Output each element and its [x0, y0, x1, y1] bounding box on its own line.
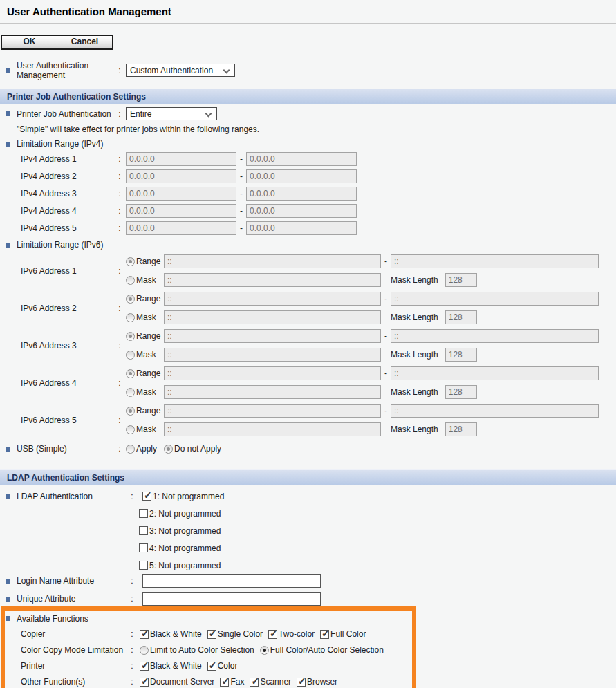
mask-length-input: [445, 385, 477, 399]
ldap-server-5-checkbox[interactable]: [139, 561, 148, 570]
ldap-server-2-checkbox[interactable]: [139, 509, 148, 518]
color-copy-mode-label: Color Copy Mode Limitation: [21, 645, 130, 655]
printer-job-auth-select[interactable]: Entire: [126, 107, 217, 120]
ipv4-address-label: IPv4 Address 4: [21, 206, 118, 216]
printer-black-white-checkbox[interactable]: [140, 662, 149, 671]
copier-two-color-checkbox[interactable]: [268, 630, 277, 639]
colon: :: [130, 594, 134, 604]
usb-simple-label: USB (Simple): [17, 444, 118, 454]
ipv4-address-label: IPv4 Address 5: [21, 223, 118, 233]
printer-black-white-label: Black & White: [150, 661, 202, 671]
dash: -: [381, 294, 391, 304]
dash: -: [236, 189, 246, 198]
mask-length-input: [445, 422, 477, 436]
copier-single-color-checkbox[interactable]: [207, 630, 216, 639]
ipv4-from-input: [126, 169, 236, 183]
colon: :: [130, 629, 134, 639]
copier-black-white-label: Black & White: [150, 629, 202, 639]
printer-job-auth-row: Printer Job Authentication : Entire: [0, 106, 616, 121]
colon: :: [118, 66, 122, 75]
dash: -: [381, 331, 391, 341]
mask-length-label: Mask Length: [391, 275, 438, 285]
ipv6-address-label: IPv6 Address 3: [21, 341, 118, 351]
copier-full-color-checkbox[interactable]: [320, 630, 329, 639]
ipv6-mask-radio: [126, 425, 135, 434]
document-server-checkbox[interactable]: [140, 678, 149, 687]
full-color-auto-label: Full Color/Auto Color Selection: [270, 645, 384, 655]
chevron-down-icon: [223, 67, 230, 74]
bullet-icon: [6, 243, 10, 248]
available-functions-label: Available Functions: [17, 614, 88, 624]
cancel-button[interactable]: Cancel: [57, 36, 112, 48]
ldap-auth-row: 2: Not programmed: [0, 508, 616, 519]
login-name-attribute-label: Login Name Attribute: [17, 576, 130, 586]
other-functions-label: Other Function(s): [21, 677, 130, 687]
bullet-icon: [6, 68, 10, 73]
mask-length-label: Mask Length: [391, 313, 438, 322]
colon: :: [118, 444, 122, 454]
ipv4-to-input: [246, 152, 357, 166]
colon: :: [130, 576, 134, 586]
user-auth-management-select[interactable]: Custom Authentication: [126, 64, 235, 77]
mask-length-input: [445, 273, 477, 287]
printer-color-label: Color: [218, 661, 238, 671]
printer-job-auth-section-header: Printer Job Authentication Settings: [0, 89, 616, 104]
ipv6-range-radio: [126, 407, 135, 416]
ldap-server-5-label: 5: Not programmed: [149, 561, 221, 570]
limit-auto-color-label: Limit to Auto Color Selection: [150, 645, 254, 655]
ipv6-mask-label: Mask: [136, 425, 164, 434]
ipv4-address-row: IPv4 Address 4 : -: [0, 204, 616, 218]
colon: :: [130, 677, 134, 687]
copier-black-white-checkbox[interactable]: [140, 630, 149, 639]
bullet-icon: [6, 142, 10, 147]
login-name-attribute-input[interactable]: [142, 574, 321, 588]
usb-apply-radio[interactable]: [126, 445, 135, 454]
unique-attribute-input[interactable]: [142, 592, 321, 606]
scanner-checkbox[interactable]: [250, 678, 259, 687]
mask-length-input: [445, 310, 477, 324]
ipv4-from-input: [126, 204, 236, 218]
colon: :: [118, 416, 122, 425]
ldap-server-4-checkbox[interactable]: [139, 543, 148, 552]
ipv6-address-label: IPv6 Address 2: [21, 304, 118, 313]
available-functions-row: Available Functions: [5, 613, 412, 624]
printer-color-checkbox[interactable]: [207, 662, 216, 671]
limit-auto-color-radio[interactable]: [140, 646, 149, 655]
ipv6-mask-input: [164, 310, 381, 324]
ipv6-address-block: IPv6 Address 2: Range - Mask Mask Length: [0, 292, 616, 324]
browser-checkbox[interactable]: [297, 678, 306, 687]
ldap-server-2-label: 2: Not programmed: [149, 509, 221, 519]
ipv6-mask-label: Mask: [136, 313, 164, 322]
other-functions-row: Other Function(s) : Document Server Fax …: [5, 676, 412, 687]
ok-button[interactable]: OK: [2, 36, 57, 48]
colon: :: [130, 661, 134, 671]
ldap-server-1-checkbox[interactable]: [142, 492, 151, 501]
ipv4-to-input: [246, 221, 357, 235]
ipv6-range-from-input: [164, 254, 381, 268]
ipv6-address-block: IPv6 Address 3: Range - Mask Mask Length: [0, 329, 616, 362]
user-auth-management-label: User Authentication Management: [17, 61, 118, 80]
colon: :: [118, 189, 122, 198]
browser-label: Browser: [307, 677, 337, 687]
ipv6-range-radio: [126, 295, 135, 304]
ipv4-from-input: [126, 187, 236, 201]
ipv6-mask-input: [164, 273, 381, 287]
full-color-auto-radio[interactable]: [260, 646, 269, 655]
ipv4-address-row: IPv4 Address 3 : -: [0, 187, 616, 201]
ipv6-range-to-input: [391, 254, 599, 268]
ipv6-range-from-input: [164, 292, 381, 306]
bullet-icon: [6, 494, 10, 499]
ipv4-address-label: IPv4 Address 2: [21, 171, 118, 181]
dash: -: [381, 369, 391, 378]
ipv4-to-input: [246, 169, 357, 183]
dash: -: [236, 223, 246, 233]
usb-do-not-apply-label: Do not Apply: [174, 444, 221, 454]
bullet-icon: [6, 111, 10, 116]
printer-label: Printer: [21, 661, 130, 671]
ipv6-mask-input: [164, 348, 381, 362]
mask-length-label: Mask Length: [391, 350, 438, 360]
ldap-server-3-checkbox[interactable]: [139, 526, 148, 535]
fax-checkbox[interactable]: [220, 678, 229, 687]
ipv4-to-input: [246, 204, 357, 218]
usb-do-not-apply-radio[interactable]: [164, 445, 173, 454]
